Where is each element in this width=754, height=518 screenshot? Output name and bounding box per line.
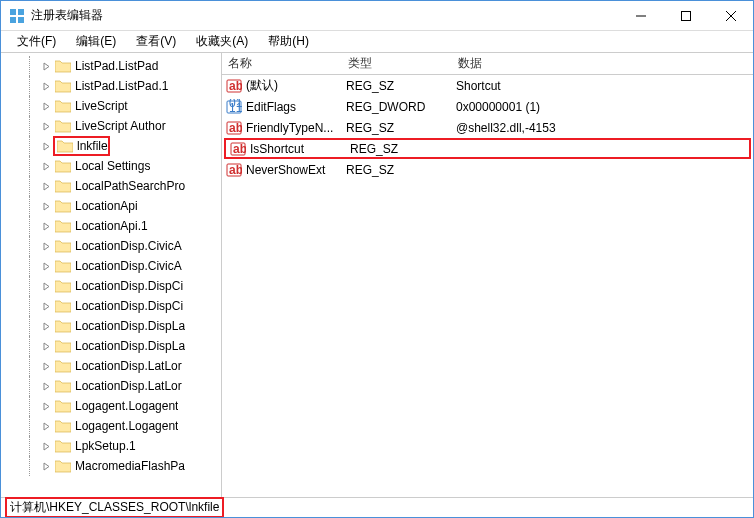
menu-edit[interactable]: 编辑(E) — [66, 31, 126, 52]
expand-arrow-icon[interactable] — [41, 221, 52, 232]
menu-file[interactable]: 文件(F) — [7, 31, 66, 52]
expand-arrow-icon[interactable] — [41, 141, 52, 152]
expand-arrow-icon[interactable] — [41, 461, 52, 472]
tree-label: LocationDisp.DispLa — [75, 319, 185, 333]
tree-label: LiveScript — [75, 99, 128, 113]
value-icon: 011110 — [226, 99, 242, 115]
value-icon: ab — [226, 162, 242, 178]
list-body[interactable]: ab(默认)REG_SZShortcut011110EditFlagsREG_D… — [222, 75, 753, 497]
expand-arrow-icon[interactable] — [41, 341, 52, 352]
expand-arrow-icon[interactable] — [41, 401, 52, 412]
expand-arrow-icon[interactable] — [41, 381, 52, 392]
tree-row[interactable]: LocationDisp.CivicA — [1, 256, 221, 276]
tree-label: LiveScript Author — [75, 119, 166, 133]
value-name: EditFlags — [246, 100, 346, 114]
tree-row[interactable]: Local Settings — [1, 156, 221, 176]
tree-row[interactable]: LocationDisp.CivicA — [1, 236, 221, 256]
tree-row[interactable]: LocationDisp.DispCi — [1, 276, 221, 296]
tree-connector — [29, 76, 39, 96]
menu-help[interactable]: 帮助(H) — [258, 31, 319, 52]
list-row[interactable]: ab(默认)REG_SZShortcut — [222, 75, 753, 96]
tree-row[interactable]: Logagent.Logagent — [1, 396, 221, 416]
expand-arrow-icon[interactable] — [41, 281, 52, 292]
minimize-button[interactable] — [618, 1, 663, 30]
expand-arrow-icon[interactable] — [41, 81, 52, 92]
col-header-type[interactable]: 类型 — [342, 55, 452, 72]
tree-row[interactable]: LpkSetup.1 — [1, 436, 221, 456]
value-name: IsShortcut — [250, 142, 350, 156]
menubar: 文件(F) 编辑(E) 查看(V) 收藏夹(A) 帮助(H) — [1, 31, 753, 53]
tree-label: MacromediaFlashPa — [75, 459, 185, 473]
tree-row[interactable]: LocationDisp.LatLor — [1, 356, 221, 376]
menu-favorites[interactable]: 收藏夹(A) — [186, 31, 258, 52]
expand-arrow-icon[interactable] — [41, 101, 52, 112]
app-icon — [9, 8, 25, 24]
close-button[interactable] — [708, 1, 753, 30]
tree-row[interactable]: LocalPathSearchPro — [1, 176, 221, 196]
tree-label: ListPad.ListPad — [75, 59, 158, 73]
tree-row[interactable]: ListPad.ListPad — [1, 56, 221, 76]
svg-text:ab: ab — [229, 163, 242, 177]
menu-view[interactable]: 查看(V) — [126, 31, 186, 52]
folder-icon — [55, 320, 71, 333]
folder-icon — [55, 120, 71, 133]
col-header-data[interactable]: 数据 — [452, 55, 753, 72]
tree-row[interactable]: LocationApi.1 — [1, 216, 221, 236]
value-icon: ab — [226, 78, 242, 94]
tree-row[interactable]: LiveScript — [1, 96, 221, 116]
tree-row[interactable]: LocationDisp.DispCi — [1, 296, 221, 316]
maximize-button[interactable] — [663, 1, 708, 30]
col-header-name[interactable]: 名称 — [222, 55, 342, 72]
tree-row[interactable]: LiveScript Author — [1, 116, 221, 136]
tree-row[interactable]: ListPad.ListPad.1 — [1, 76, 221, 96]
content: ListPad.ListPadListPad.ListPad.1LiveScri… — [1, 53, 753, 497]
expand-arrow-icon[interactable] — [41, 61, 52, 72]
tree-label: Logagent.Logagent — [75, 419, 178, 433]
tree-connector — [29, 456, 39, 476]
expand-arrow-icon[interactable] — [41, 241, 52, 252]
folder-icon — [55, 260, 71, 273]
list-row[interactable]: 011110EditFlagsREG_DWORD0x00000001 (1) — [222, 96, 753, 117]
list-row[interactable]: abIsShortcutREG_SZ — [224, 138, 751, 159]
tree-pane[interactable]: ListPad.ListPadListPad.ListPad.1LiveScri… — [1, 53, 222, 497]
expand-arrow-icon[interactable] — [41, 261, 52, 272]
list-row[interactable]: abNeverShowExtREG_SZ — [222, 159, 753, 180]
list-row[interactable]: abFriendlyTypeN...REG_SZ@shell32.dll,-41… — [222, 117, 753, 138]
tree-connector — [29, 156, 39, 176]
tree-row[interactable]: LocationDisp.DispLa — [1, 336, 221, 356]
tree-connector — [29, 296, 39, 316]
folder-icon — [55, 180, 71, 193]
tree-label: LocationDisp.DispLa — [75, 339, 185, 353]
tree-row[interactable]: lnkfile — [1, 136, 221, 156]
expand-arrow-icon[interactable] — [41, 161, 52, 172]
folder-icon — [55, 280, 71, 293]
tree-label: LocationDisp.DispCi — [75, 299, 183, 313]
value-icon: ab — [230, 141, 246, 157]
expand-arrow-icon[interactable] — [41, 361, 52, 372]
tree-label: lnkfile — [77, 139, 108, 153]
tree-connector — [29, 136, 39, 156]
titlebar: 注册表编辑器 — [1, 1, 753, 31]
expand-arrow-icon[interactable] — [41, 121, 52, 132]
expand-arrow-icon[interactable] — [41, 201, 52, 212]
tree-connector — [29, 56, 39, 76]
expand-arrow-icon[interactable] — [41, 321, 52, 332]
tree-label: Logagent.Logagent — [75, 399, 178, 413]
tree-row[interactable]: MacromediaFlashPa — [1, 456, 221, 476]
expand-arrow-icon[interactable] — [41, 441, 52, 452]
tree-row[interactable]: LocationApi — [1, 196, 221, 216]
tree-label: ListPad.ListPad.1 — [75, 79, 168, 93]
tree-label: LocationApi — [75, 199, 138, 213]
expand-arrow-icon[interactable] — [41, 301, 52, 312]
expand-arrow-icon[interactable] — [41, 421, 52, 432]
tree-connector — [29, 336, 39, 356]
tree-connector — [29, 196, 39, 216]
tree-row[interactable]: Logagent.Logagent — [1, 416, 221, 436]
tree-row[interactable]: LocationDisp.DispLa — [1, 316, 221, 336]
tree-connector — [29, 316, 39, 336]
folder-icon — [55, 160, 71, 173]
tree-row[interactable]: LocationDisp.LatLor — [1, 376, 221, 396]
svg-text:110: 110 — [229, 101, 242, 115]
value-type: REG_SZ — [346, 121, 456, 135]
expand-arrow-icon[interactable] — [41, 181, 52, 192]
